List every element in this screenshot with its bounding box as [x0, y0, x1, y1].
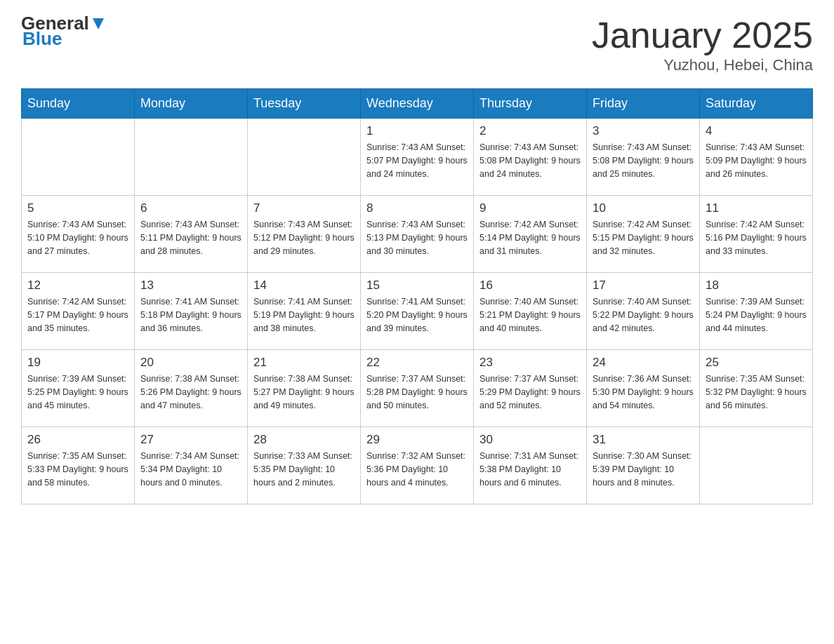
day-number: 15 [366, 279, 468, 293]
calendar-cell [248, 119, 361, 196]
calendar-header-row: SundayMondayTuesdayWednesdayThursdayFrid… [22, 89, 813, 119]
calendar-cell [22, 119, 135, 196]
calendar-cell: 28Sunrise: 7:33 AM Sunset: 5:35 PM Dayli… [248, 427, 361, 504]
calendar-cell: 15Sunrise: 7:41 AM Sunset: 5:20 PM Dayli… [361, 273, 474, 350]
calendar-cell [700, 427, 813, 504]
day-number: 28 [253, 433, 355, 447]
day-number: 27 [140, 433, 241, 447]
day-number: 21 [253, 356, 355, 370]
day-info: Sunrise: 7:42 AM Sunset: 5:16 PM Dayligh… [706, 218, 807, 257]
day-info: Sunrise: 7:38 AM Sunset: 5:26 PM Dayligh… [140, 373, 241, 412]
calendar-cell: 30Sunrise: 7:31 AM Sunset: 5:38 PM Dayli… [474, 427, 587, 504]
day-info: Sunrise: 7:33 AM Sunset: 5:35 PM Dayligh… [253, 450, 355, 489]
day-number: 26 [27, 433, 128, 447]
day-info: Sunrise: 7:43 AM Sunset: 5:12 PM Dayligh… [253, 218, 355, 257]
calendar-cell: 21Sunrise: 7:38 AM Sunset: 5:27 PM Dayli… [248, 350, 361, 427]
calendar-cell: 13Sunrise: 7:41 AM Sunset: 5:18 PM Dayli… [135, 273, 248, 350]
calendar-cell: 17Sunrise: 7:40 AM Sunset: 5:22 PM Dayli… [587, 273, 700, 350]
calendar-cell: 10Sunrise: 7:42 AM Sunset: 5:15 PM Dayli… [587, 196, 700, 273]
day-info: Sunrise: 7:42 AM Sunset: 5:15 PM Dayligh… [593, 218, 694, 257]
day-info: Sunrise: 7:40 AM Sunset: 5:22 PM Dayligh… [593, 295, 694, 335]
calendar-cell: 4Sunrise: 7:43 AM Sunset: 5:09 PM Daylig… [700, 119, 813, 196]
calendar-cell: 20Sunrise: 7:38 AM Sunset: 5:26 PM Dayli… [135, 350, 248, 427]
calendar-table: SundayMondayTuesdayWednesdayThursdayFrid… [21, 88, 813, 504]
calendar-cell: 7Sunrise: 7:43 AM Sunset: 5:12 PM Daylig… [248, 196, 361, 273]
day-number: 14 [253, 279, 355, 293]
day-of-week-header: Wednesday [361, 89, 474, 119]
calendar-cell: 23Sunrise: 7:37 AM Sunset: 5:29 PM Dayli… [474, 350, 587, 427]
calendar-cell: 3Sunrise: 7:43 AM Sunset: 5:08 PM Daylig… [587, 119, 700, 196]
day-info: Sunrise: 7:38 AM Sunset: 5:27 PM Dayligh… [253, 373, 355, 412]
day-info: Sunrise: 7:31 AM Sunset: 5:38 PM Dayligh… [479, 450, 581, 489]
day-of-week-header: Thursday [474, 89, 587, 119]
day-number: 17 [593, 279, 694, 293]
location-title: Yuzhou, Hebei, China [592, 56, 813, 74]
calendar-cell: 8Sunrise: 7:43 AM Sunset: 5:13 PM Daylig… [361, 196, 474, 273]
calendar-cell [135, 119, 248, 196]
day-info: Sunrise: 7:39 AM Sunset: 5:25 PM Dayligh… [27, 373, 128, 412]
logo-triangle-icon [91, 15, 106, 31]
day-number: 4 [706, 124, 807, 138]
calendar-cell: 12Sunrise: 7:42 AM Sunset: 5:17 PM Dayli… [22, 273, 135, 350]
day-of-week-header: Monday [135, 89, 248, 119]
day-info: Sunrise: 7:43 AM Sunset: 5:07 PM Dayligh… [366, 141, 468, 180]
day-number: 3 [593, 124, 694, 138]
day-number: 5 [27, 201, 128, 215]
calendar-cell: 25Sunrise: 7:35 AM Sunset: 5:32 PM Dayli… [700, 350, 813, 427]
day-info: Sunrise: 7:43 AM Sunset: 5:09 PM Dayligh… [706, 141, 807, 180]
day-number: 13 [140, 279, 241, 293]
day-number: 24 [593, 356, 694, 370]
day-of-week-header: Friday [587, 89, 700, 119]
calendar-cell: 1Sunrise: 7:43 AM Sunset: 5:07 PM Daylig… [361, 119, 474, 196]
calendar-cell: 24Sunrise: 7:36 AM Sunset: 5:30 PM Dayli… [587, 350, 700, 427]
day-info: Sunrise: 7:37 AM Sunset: 5:28 PM Dayligh… [366, 373, 468, 412]
day-of-week-header: Saturday [700, 89, 813, 119]
calendar-cell: 5Sunrise: 7:43 AM Sunset: 5:10 PM Daylig… [22, 196, 135, 273]
day-number: 29 [366, 433, 468, 447]
day-number: 6 [140, 201, 241, 215]
day-info: Sunrise: 7:41 AM Sunset: 5:19 PM Dayligh… [253, 295, 355, 335]
day-info: Sunrise: 7:43 AM Sunset: 5:08 PM Dayligh… [479, 141, 581, 180]
day-info: Sunrise: 7:43 AM Sunset: 5:13 PM Dayligh… [366, 218, 468, 257]
calendar-cell: 26Sunrise: 7:35 AM Sunset: 5:33 PM Dayli… [22, 427, 135, 504]
day-of-week-header: Tuesday [248, 89, 361, 119]
day-number: 22 [366, 356, 468, 370]
day-info: Sunrise: 7:43 AM Sunset: 5:10 PM Dayligh… [27, 218, 128, 257]
day-of-week-header: Sunday [22, 89, 135, 119]
day-number: 31 [593, 433, 694, 447]
day-info: Sunrise: 7:35 AM Sunset: 5:32 PM Dayligh… [706, 373, 807, 412]
day-number: 23 [479, 356, 581, 370]
day-number: 11 [706, 201, 807, 215]
calendar-cell: 2Sunrise: 7:43 AM Sunset: 5:08 PM Daylig… [474, 119, 587, 196]
day-number: 2 [479, 124, 581, 138]
day-info: Sunrise: 7:32 AM Sunset: 5:36 PM Dayligh… [366, 450, 468, 489]
day-number: 18 [706, 279, 807, 293]
day-info: Sunrise: 7:36 AM Sunset: 5:30 PM Dayligh… [593, 373, 694, 412]
day-number: 7 [253, 201, 355, 215]
page-header: General Blue January 2025 Yuzhou, Hebei,… [21, 14, 813, 74]
calendar-week-row: 26Sunrise: 7:35 AM Sunset: 5:33 PM Dayli… [22, 427, 813, 504]
calendar-week-row: 19Sunrise: 7:39 AM Sunset: 5:25 PM Dayli… [22, 350, 813, 427]
calendar-cell: 29Sunrise: 7:32 AM Sunset: 5:36 PM Dayli… [361, 427, 474, 504]
day-info: Sunrise: 7:43 AM Sunset: 5:11 PM Dayligh… [140, 218, 241, 257]
day-number: 8 [366, 201, 468, 215]
day-number: 16 [479, 279, 581, 293]
day-info: Sunrise: 7:42 AM Sunset: 5:14 PM Dayligh… [479, 218, 581, 257]
day-info: Sunrise: 7:41 AM Sunset: 5:20 PM Dayligh… [366, 295, 468, 335]
day-number: 1 [366, 124, 468, 138]
day-number: 9 [479, 201, 581, 215]
logo: General Blue [21, 14, 106, 48]
calendar-cell: 22Sunrise: 7:37 AM Sunset: 5:28 PM Dayli… [361, 350, 474, 427]
day-number: 30 [479, 433, 581, 447]
calendar-cell: 11Sunrise: 7:42 AM Sunset: 5:16 PM Dayli… [700, 196, 813, 273]
calendar-cell: 14Sunrise: 7:41 AM Sunset: 5:19 PM Dayli… [248, 273, 361, 350]
svg-marker-0 [93, 18, 104, 29]
day-info: Sunrise: 7:30 AM Sunset: 5:39 PM Dayligh… [593, 450, 694, 489]
day-number: 12 [27, 279, 128, 293]
day-info: Sunrise: 7:35 AM Sunset: 5:33 PM Dayligh… [27, 450, 128, 489]
calendar-week-row: 1Sunrise: 7:43 AM Sunset: 5:07 PM Daylig… [22, 119, 813, 196]
calendar-cell: 18Sunrise: 7:39 AM Sunset: 5:24 PM Dayli… [700, 273, 813, 350]
calendar-cell: 31Sunrise: 7:30 AM Sunset: 5:39 PM Dayli… [587, 427, 700, 504]
calendar-week-row: 5Sunrise: 7:43 AM Sunset: 5:10 PM Daylig… [22, 196, 813, 273]
logo-blue-text: Blue [22, 28, 62, 49]
